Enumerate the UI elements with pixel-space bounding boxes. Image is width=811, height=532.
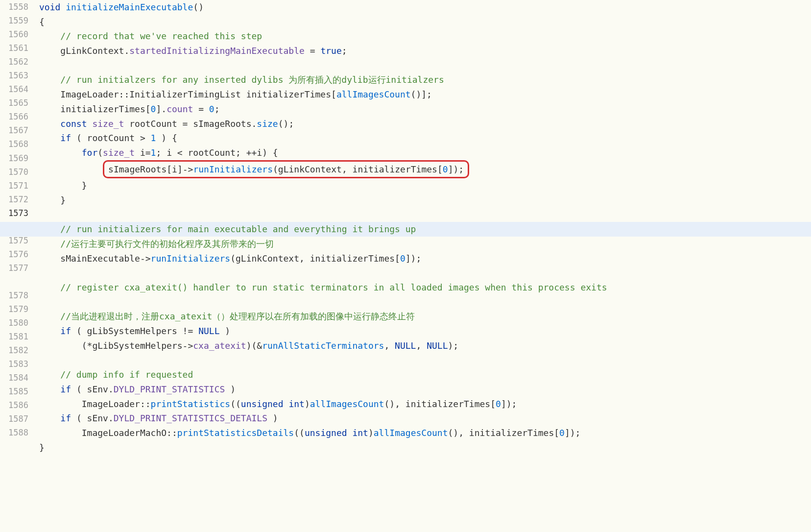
- code-text: (): [193, 2, 204, 12]
- line-number[interactable]: 1558: [0, 0, 28, 14]
- line-number[interactable]: 1571: [0, 179, 28, 193]
- boolean: true: [320, 46, 341, 56]
- number: 0: [559, 428, 565, 438]
- code-text: ]);: [406, 253, 422, 264]
- line-number[interactable]: 1588: [0, 426, 28, 439]
- function-call: printStatistics: [151, 399, 231, 409]
- code-line[interactable]: [39, 266, 811, 280]
- code-line[interactable]: // dump info if requested: [39, 367, 811, 382]
- code-text: )(&: [246, 340, 262, 351]
- code-line[interactable]: ImageLoaderMachO::printStatisticsDetails…: [39, 426, 811, 440]
- line-number[interactable]: 1582: [0, 343, 28, 357]
- code-line[interactable]: void initializeMainExecutable(): [39, 0, 811, 15]
- code-line[interactable]: sImageRoots[i]->runInitializers(gLinkCon…: [39, 160, 811, 179]
- function-call: runInitializers: [151, 253, 231, 264]
- property: cxa_atexit: [193, 340, 246, 351]
- line-number[interactable]: 1583: [0, 357, 28, 371]
- code-text: ((: [230, 399, 241, 409]
- code-text: ImageLoader::InitializerTimingList initi…: [39, 89, 336, 99]
- line-number[interactable]: 1561: [0, 41, 28, 55]
- line-number[interactable]: 1562: [0, 55, 28, 69]
- code-line[interactable]: initializerTimes[0].count = 0;: [39, 102, 811, 117]
- line-number[interactable]: 1587: [0, 412, 28, 426]
- keyword-if: if: [39, 413, 71, 423]
- code-line[interactable]: sMainExecutable->runInitializers(gLinkCo…: [39, 251, 811, 266]
- function-call: runAllStaticTerminators: [262, 340, 384, 351]
- code-line[interactable]: ImageLoader::InitializerTimingList initi…: [39, 87, 811, 102]
- line-number[interactable]: 1566: [0, 110, 28, 123]
- comment: // dump info if requested: [39, 369, 193, 380]
- code-text: (: [97, 147, 103, 158]
- code-text: }: [39, 195, 66, 205]
- code-line[interactable]: gLinkContext.startedInitializingMainExec…: [39, 44, 811, 58]
- function-name: initializeMainExecutable: [66, 2, 193, 12]
- line-number-active[interactable]: 1573: [0, 206, 28, 220]
- code-text: ;: [342, 46, 347, 56]
- line-number[interactable]: 1585: [0, 385, 28, 398]
- line-number[interactable]: 1586: [0, 398, 28, 412]
- line-number[interactable]: 1559: [0, 14, 28, 27]
- code-line-active[interactable]: // run initializers for main executable …: [0, 222, 811, 237]
- code-line[interactable]: }: [39, 178, 811, 193]
- code-line[interactable]: [39, 58, 811, 73]
- code-line[interactable]: (*gLibSystemHelpers->cxa_atexit)(&runAll…: [39, 339, 811, 353]
- keyword-if: if: [39, 133, 71, 143]
- code-text: ;: [215, 104, 220, 114]
- line-number[interactable]: 1560: [0, 27, 28, 41]
- code-text: ): [225, 384, 236, 394]
- comment: //当此进程退出时，注册cxa_atexit（）处理程序以在所有加载的图像中运行…: [39, 311, 415, 321]
- line-number[interactable]: 1570: [0, 165, 28, 179]
- line-number[interactable]: 1579: [0, 302, 28, 316]
- line-number[interactable]: 1564: [0, 82, 28, 96]
- code-text: ();: [278, 119, 294, 129]
- code-line[interactable]: }: [39, 193, 811, 208]
- code-line[interactable]: // record that we've reached this step: [39, 29, 811, 44]
- code-text: ( gLibSystemHelpers !=: [71, 326, 198, 336]
- line-number[interactable]: 1578: [0, 289, 28, 302]
- comment: // run initialzers for any inserted dyli…: [39, 74, 444, 85]
- code-text: gLinkContext.: [39, 46, 129, 56]
- line-number[interactable]: 1565: [0, 96, 28, 110]
- code-line[interactable]: {: [39, 15, 811, 29]
- null-literal: NULL: [395, 340, 416, 351]
- line-number[interactable]: 1568: [0, 137, 28, 151]
- code-text: =: [193, 104, 209, 114]
- property: DYLD_PRINT_STATISTICS: [114, 384, 225, 394]
- code-line[interactable]: if ( sEnv.DYLD_PRINT_STATISTICS ): [39, 382, 811, 397]
- line-number[interactable]: 1577: [0, 261, 28, 289]
- line-number[interactable]: 1563: [0, 69, 28, 82]
- comment: //运行主要可执行文件的初始化程序及其所带来的一切: [39, 239, 274, 249]
- code-line[interactable]: for(size_t i=1; i < rootCount; ++i) {: [39, 145, 811, 160]
- code-line[interactable]: //运行主要可执行文件的初始化程序及其所带来的一切: [39, 237, 811, 251]
- line-number[interactable]: 1569: [0, 151, 28, 165]
- function-call: allImagesCount: [336, 89, 411, 99]
- code-text: rootCount = sImageRoots.: [124, 119, 257, 129]
- code-line[interactable]: //当此进程退出时，注册cxa_atexit（）处理程序以在所有加载的图像中运行…: [39, 309, 811, 324]
- code-text: sImageRoots[i]->: [108, 164, 193, 174]
- comment: // run initializers for main executable …: [39, 224, 416, 234]
- keyword-type: unsigned int: [241, 399, 305, 409]
- line-number[interactable]: 1567: [0, 123, 28, 137]
- line-number[interactable]: 1576: [0, 247, 28, 261]
- code-line[interactable]: if ( gLibSystemHelpers != NULL ): [39, 324, 811, 339]
- code-line[interactable]: if ( rootCount > 1 ) {: [39, 131, 811, 145]
- line-number[interactable]: 1572: [0, 193, 28, 206]
- code-line[interactable]: // run initialzers for any inserted dyli…: [39, 73, 811, 87]
- code-line[interactable]: [39, 353, 811, 368]
- code-line[interactable]: [39, 208, 811, 222]
- type: size_t: [87, 119, 124, 129]
- code-line[interactable]: const size_t rootCount = sImageRoots.siz…: [39, 117, 811, 131]
- line-number[interactable]: 1581: [0, 330, 28, 343]
- code-text: ()];: [411, 89, 432, 99]
- line-number[interactable]: 1580: [0, 316, 28, 330]
- code-line[interactable]: // register cxa_atexit() handler to run …: [39, 280, 811, 309]
- code-line[interactable]: if ( sEnv.DYLD_PRINT_STATISTICS_DETAILS …: [39, 411, 811, 426]
- code-line[interactable]: ImageLoader::printStatistics((unsigned i…: [39, 397, 811, 411]
- line-number[interactable]: 1584: [0, 371, 28, 385]
- code-line[interactable]: [39, 455, 811, 469]
- code-text: }: [39, 180, 87, 191]
- code-content[interactable]: void initializeMainExecutable() { // rec…: [35, 0, 811, 469]
- code-text: ): [267, 413, 278, 423]
- code-line[interactable]: }: [39, 440, 811, 455]
- function-call: printStatisticsDetails: [177, 428, 294, 438]
